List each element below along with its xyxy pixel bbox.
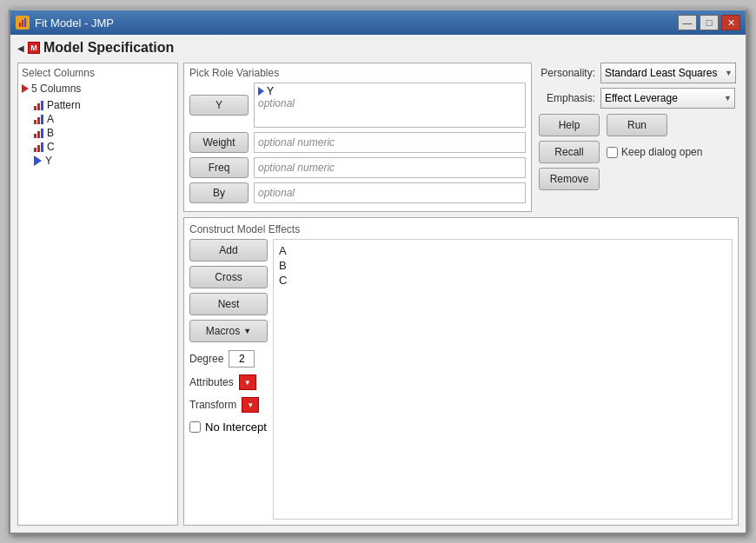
y-value-item: Y — [258, 85, 521, 97]
freq-field[interactable]: optional numeric — [254, 157, 526, 178]
by-placeholder: optional — [258, 187, 295, 199]
column-label-pattern: Pattern — [47, 99, 81, 111]
blue-triangle-icon-y — [34, 156, 42, 166]
by-field[interactable]: optional — [254, 182, 526, 203]
construct-effects-title: Construct Model Effects — [189, 223, 733, 235]
columns-header: 5 Columns — [22, 83, 174, 95]
svg-rect-3 — [24, 18, 26, 27]
y-value-text: Y — [267, 85, 274, 97]
role-freq-row: Freq optional numeric — [189, 157, 526, 178]
macros-label: Macros — [206, 325, 240, 337]
personality-select[interactable]: Standard Least Squares Stepwise Manova L… — [600, 63, 736, 83]
emphasis-label: Emphasis: — [539, 92, 595, 104]
help-button[interactable]: Help — [539, 114, 600, 136]
effect-item-c[interactable]: C — [277, 273, 728, 288]
personality-dropdown-wrapper: Standard Least Squares Stepwise Manova L… — [600, 63, 736, 83]
freq-button[interactable]: Freq — [189, 157, 249, 178]
model-icon: M — [28, 42, 40, 54]
recall-button[interactable]: Recall — [539, 141, 600, 163]
cross-button[interactable]: Cross — [189, 266, 268, 288]
degree-input[interactable] — [229, 350, 255, 368]
column-label-c: C — [47, 141, 55, 153]
window-body: ◀ M Model Specification Select Columns 5… — [10, 35, 746, 533]
transform-dropdown-arrow-icon: ▼ — [247, 401, 254, 409]
column-label-a: A — [47, 113, 54, 125]
column-item-y[interactable]: Y — [22, 154, 174, 168]
weight-button[interactable]: Weight — [189, 132, 249, 153]
remove-button[interactable]: Remove — [539, 168, 600, 190]
effect-item-b[interactable]: B — [277, 258, 728, 273]
effects-buttons: Add Cross Nest Macros ▼ Degree — [189, 239, 268, 520]
macros-button[interactable]: Macros ▼ — [189, 320, 268, 342]
column-label-b: B — [47, 127, 54, 139]
column-item-pattern[interactable]: Pattern — [22, 98, 174, 112]
remove-row: Remove — [539, 168, 600, 190]
right-area: Pick Role Variables Y Y optional — [183, 63, 739, 526]
construct-effects-panel: Construct Model Effects Add Cross Nest M… — [183, 217, 739, 526]
degree-row: Degree — [189, 350, 255, 368]
collapse-triangle-icon[interactable]: ◀ — [17, 43, 24, 53]
degree-label: Degree — [189, 353, 223, 365]
title-bar: Fit Model - JMP — □ ✕ — [10, 10, 746, 35]
y-optional-text: optional — [258, 97, 521, 109]
pick-role-title: Pick Role Variables — [189, 67, 526, 79]
right-controls: Personality: Standard Least Squares Step… — [539, 63, 739, 190]
select-columns-title: Select Columns — [22, 67, 174, 79]
maximize-button[interactable]: □ — [700, 15, 719, 30]
macros-arrow-icon: ▼ — [243, 327, 251, 335]
bar-chart-icon-b — [34, 128, 43, 138]
no-intercept-checkbox[interactable] — [189, 421, 201, 433]
personality-label: Personality: — [539, 67, 595, 79]
y-field[interactable]: Y optional — [254, 83, 526, 128]
by-button[interactable]: By — [189, 182, 249, 203]
effect-item-a[interactable]: A — [277, 243, 728, 258]
run-button[interactable]: Run — [607, 114, 667, 136]
role-by-row: By optional — [189, 182, 526, 203]
personality-row: Personality: Standard Least Squares Step… — [539, 63, 739, 83]
role-weight-row: Weight optional numeric — [189, 132, 526, 153]
keep-dialog-label: Keep dialog open — [607, 146, 702, 158]
add-button[interactable]: Add — [189, 239, 268, 262]
attributes-row: Attributes ▼ — [189, 374, 256, 390]
select-columns-panel: Select Columns 5 Columns Pattern — [17, 63, 178, 526]
weight-field[interactable]: optional numeric — [254, 132, 526, 153]
section-title: Model Specification — [43, 40, 174, 56]
keep-dialog-checkbox[interactable] — [607, 147, 618, 158]
attributes-dropdown-arrow-icon: ▼ — [244, 379, 251, 387]
action-buttons: Help Run Recall Keep dialog open — [539, 114, 739, 190]
transform-dropdown[interactable]: ▼ — [242, 397, 259, 413]
expand-columns-icon[interactable] — [22, 84, 29, 93]
title-bar-left: Fit Model - JMP — [16, 16, 114, 30]
emphasis-dropdown-wrapper: Effect Leverage Minimal Report Effect De… — [600, 88, 735, 109]
close-button[interactable]: ✕ — [721, 15, 740, 30]
column-item-c[interactable]: C — [22, 140, 174, 154]
y-value-triangle-icon — [258, 87, 264, 96]
emphasis-row: Emphasis: Effect Leverage Minimal Report… — [539, 88, 739, 109]
column-item-b[interactable]: B — [22, 126, 174, 140]
top-row: Pick Role Variables Y Y optional — [183, 63, 739, 212]
weight-placeholder: optional numeric — [258, 136, 335, 149]
pick-role-panel: Pick Role Variables Y Y optional — [183, 63, 532, 212]
bar-chart-icon-a — [34, 114, 43, 124]
column-item-a[interactable]: A — [22, 112, 174, 126]
svg-rect-2 — [22, 20, 23, 27]
window-controls: — □ ✕ — [678, 15, 740, 30]
nest-button[interactable]: Nest — [189, 293, 268, 315]
bar-chart-icon-c — [34, 142, 43, 152]
attributes-dropdown[interactable]: ▼ — [239, 374, 256, 390]
window-title: Fit Model - JMP — [35, 17, 114, 30]
bar-chart-icon — [34, 100, 43, 110]
personality-panel: Personality: Standard Least Squares Step… — [539, 63, 739, 109]
svg-rect-1 — [19, 23, 21, 27]
minimize-button[interactable]: — — [678, 15, 697, 30]
effects-list[interactable]: A B C — [273, 239, 733, 520]
keep-dialog-text: Keep dialog open — [621, 146, 702, 158]
y-button[interactable]: Y — [189, 95, 249, 116]
help-run-row: Help Run — [539, 114, 667, 136]
transform-label: Transform — [189, 399, 236, 411]
section-header: ◀ M Model Specification — [17, 40, 739, 56]
freq-placeholder: optional numeric — [258, 162, 335, 174]
attributes-label: Attributes — [189, 376, 234, 388]
emphasis-select[interactable]: Effect Leverage Minimal Report Effect De… — [600, 88, 735, 109]
effects-inner: Add Cross Nest Macros ▼ Degree — [189, 239, 733, 520]
